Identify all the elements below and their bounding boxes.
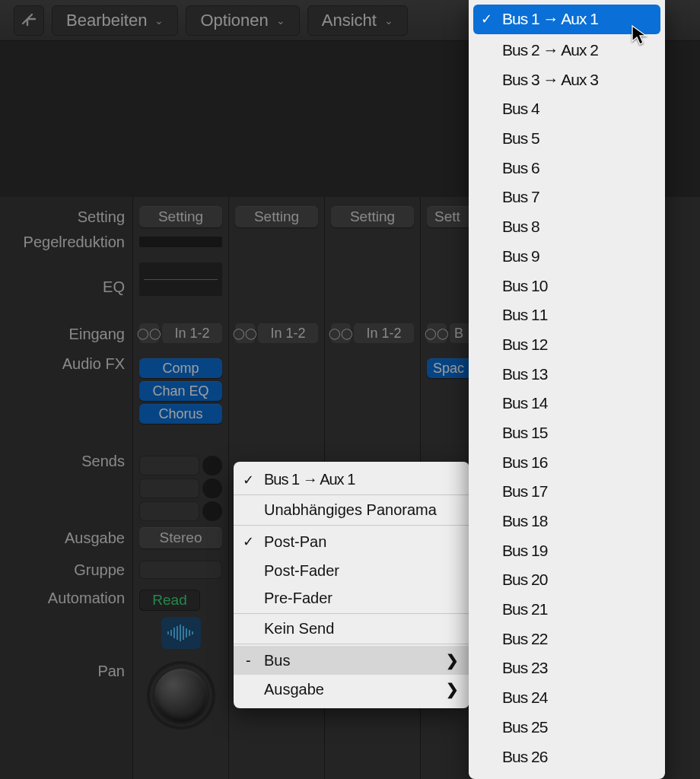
bus-item[interactable]: Bus 17 bbox=[469, 477, 665, 507]
bus-item[interactable]: Bus 12 bbox=[469, 330, 665, 360]
label-eq: EQ bbox=[0, 253, 132, 304]
bus-item[interactable]: Bus 14 bbox=[469, 389, 665, 418]
bus-item-label: Bus 15 bbox=[502, 424, 547, 442]
bus-item[interactable]: ✓Bus 1 → Aux 1 bbox=[473, 5, 660, 34]
send-slot[interactable] bbox=[139, 501, 199, 521]
bus-item[interactable]: Bus 13 bbox=[469, 359, 665, 389]
input-slot[interactable]: ◯◯In 1-2 bbox=[235, 323, 318, 343]
bus-item[interactable]: Bus 22 bbox=[469, 624, 665, 653]
bus-item-label: Bus 6 bbox=[502, 159, 539, 177]
checkmark-icon: ✓ bbox=[481, 11, 492, 27]
bus-item[interactable]: Bus 16 bbox=[469, 447, 665, 477]
bus-item-label: Bus 17 bbox=[502, 482, 547, 501]
bus-item[interactable]: Bus 15 bbox=[469, 418, 665, 448]
send-slot[interactable] bbox=[139, 456, 199, 475]
bus-item[interactable]: Bus 2 → Aux 2 bbox=[469, 36, 665, 65]
bus-item[interactable]: Bus 3 → Aux 3 bbox=[469, 65, 665, 94]
menu-item-post-fader[interactable]: Post-Fader bbox=[234, 556, 469, 585]
up-arrow-icon bbox=[21, 13, 37, 28]
up-back-button[interactable] bbox=[14, 5, 44, 36]
bus-item-label: Bus 19 bbox=[502, 542, 547, 560]
label-input: Eingang bbox=[0, 304, 132, 348]
channel-strip-1: Setting ◯◯In 1-2 Comp Chan EQ Chorus Ste… bbox=[133, 197, 229, 779]
input-label: In 1-2 bbox=[354, 323, 414, 343]
menu-item-bus-submenu[interactable]: - Bus ❯ bbox=[234, 646, 469, 675]
group-slot[interactable] bbox=[139, 561, 222, 579]
track-icon-button[interactable] bbox=[161, 617, 201, 649]
label-group: Gruppe bbox=[0, 555, 132, 585]
bus-item-label: Bus 12 bbox=[502, 335, 547, 354]
output-slot[interactable]: Stereo bbox=[139, 527, 222, 548]
bus-item[interactable]: Bus 5 bbox=[469, 124, 665, 154]
menu-item-label: Bus 1 → Aux 1 bbox=[264, 471, 355, 488]
input-slot[interactable]: ◯◯In 1-2 bbox=[139, 323, 222, 343]
eq-thumbnail[interactable] bbox=[139, 262, 222, 296]
menu-item-post-pan[interactable]: ✓ Post-Pan bbox=[234, 527, 469, 556]
label-pan: Pan bbox=[0, 649, 132, 710]
bus-item[interactable]: Bus 8 bbox=[469, 212, 665, 242]
menu-item-label: Kein Send bbox=[264, 620, 334, 638]
bus-item-label: Bus 4 bbox=[502, 100, 539, 118]
bus-item[interactable]: Bus 6 bbox=[469, 153, 665, 183]
setting-button[interactable]: Setting bbox=[139, 206, 222, 227]
label-setting: Setting bbox=[0, 197, 132, 231]
menu-item-no-send[interactable]: Kein Send bbox=[234, 615, 469, 644]
bus-item-label: Bus 5 bbox=[502, 129, 539, 148]
options-menu-button[interactable]: Optionen ⌄ bbox=[186, 5, 299, 36]
bus-item-label: Bus 2 → Aux 2 bbox=[502, 41, 598, 59]
bus-item[interactable]: Bus 21 bbox=[469, 595, 665, 625]
setting-button[interactable]: Setting bbox=[235, 206, 318, 227]
bus-item-label: Bus 3 → Aux 3 bbox=[502, 71, 598, 89]
bus-item[interactable]: Bus 4 bbox=[469, 94, 665, 124]
bus-item[interactable]: Bus 23 bbox=[469, 653, 665, 683]
input-slot[interactable]: ◯◯In 1-2 bbox=[331, 323, 414, 343]
bus-item[interactable]: Bus 24 bbox=[469, 683, 665, 713]
bus-item[interactable]: Bus 18 bbox=[469, 507, 665, 536]
bus-item-label: Bus 14 bbox=[502, 394, 547, 412]
stereo-link-icon: ◯◯ bbox=[427, 323, 447, 343]
fx-slot-chaneq[interactable]: Chan EQ bbox=[139, 381, 222, 401]
bus-item-label: Bus 21 bbox=[502, 600, 547, 618]
chevron-down-icon: ⌄ bbox=[154, 14, 164, 27]
bus-item[interactable]: Bus 20 bbox=[469, 565, 665, 595]
label-gainreduction: Pegelreduktion bbox=[0, 231, 132, 253]
menu-item-output-submenu[interactable]: Ausgabe ❯ bbox=[234, 675, 469, 704]
bus-item[interactable]: Bus 25 bbox=[469, 713, 665, 742]
input-label: In 1-2 bbox=[258, 323, 318, 343]
bus-item[interactable]: Bus 9 bbox=[469, 242, 665, 272]
menu-item-label: Pre-Fader bbox=[264, 590, 332, 607]
setting-button[interactable]: Setting bbox=[331, 206, 414, 227]
bus-item-label: Bus 23 bbox=[502, 659, 547, 677]
edit-menu-button[interactable]: Bearbeiten ⌄ bbox=[52, 5, 178, 36]
view-menu-button[interactable]: Ansicht ⌄ bbox=[307, 5, 408, 36]
view-menu-label: Ansicht bbox=[322, 11, 377, 30]
send-context-menu: ✓ Bus 1 → Aux 1 Unabhängiges Panorama ✓ … bbox=[234, 462, 469, 708]
send-knob[interactable] bbox=[202, 479, 222, 498]
send-knob[interactable] bbox=[202, 456, 222, 475]
checkmark-icon: ✓ bbox=[243, 533, 254, 550]
dash-icon: - bbox=[246, 652, 251, 669]
input-slot[interactable]: ◯◯B bbox=[427, 323, 473, 343]
send-knob[interactable] bbox=[202, 501, 222, 521]
checkmark-icon: ✓ bbox=[243, 472, 254, 488]
menu-item-current-send[interactable]: ✓ Bus 1 → Aux 1 bbox=[234, 466, 469, 495]
pan-knob[interactable] bbox=[154, 669, 208, 722]
bus-item[interactable]: Bus 19 bbox=[469, 536, 665, 565]
automation-mode-button[interactable]: Read bbox=[139, 590, 200, 611]
fx-slot-chorus[interactable]: Chorus bbox=[139, 404, 222, 424]
submenu-arrow-icon: ❯ bbox=[446, 651, 459, 669]
setting-button[interactable]: Sett bbox=[427, 206, 473, 227]
bus-item[interactable]: Bus 10 bbox=[469, 271, 665, 300]
waveform-icon bbox=[167, 625, 196, 641]
menu-item-independent-pan[interactable]: Unabhängiges Panorama bbox=[234, 497, 469, 526]
send-slot[interactable] bbox=[139, 479, 199, 498]
fx-slot-comp[interactable]: Comp bbox=[139, 358, 222, 378]
bus-item[interactable]: Bus 26 bbox=[469, 742, 665, 771]
bus-item[interactable]: Bus 7 bbox=[469, 183, 665, 212]
bus-item[interactable]: Bus 11 bbox=[469, 300, 665, 330]
bus-item-label: Bus 8 bbox=[502, 218, 539, 236]
label-output: Ausgabe bbox=[0, 521, 132, 555]
menu-item-label: Ausgabe bbox=[264, 681, 324, 698]
fx-slot-space[interactable]: Spac bbox=[427, 358, 473, 378]
menu-item-pre-fader[interactable]: Pre-Fader bbox=[234, 585, 469, 614]
